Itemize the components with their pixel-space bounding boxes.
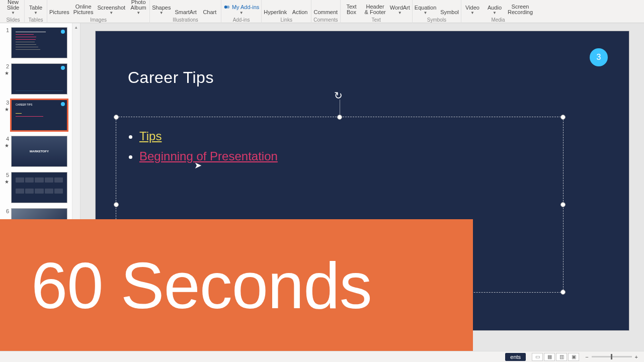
thumbnail-number: 3: [3, 100, 9, 106]
bullet-list: Tips Beginning of Presentation: [116, 117, 563, 163]
ribbon-button[interactable]: Equation▼: [415, 5, 436, 15]
ribbon-button[interactable]: SmartArt: [175, 10, 196, 15]
view-slideshow-button[interactable]: ▣: [568, 353, 579, 361]
rotate-handle-icon[interactable]: ↻: [334, 89, 343, 102]
ribbon-group: HyperlinkActionLinks: [262, 0, 311, 23]
ribbon-group-label: Links: [281, 17, 292, 23]
ribbon-button[interactable]: Table▼: [27, 5, 45, 15]
ribbon-button[interactable]: Screenshot▼: [98, 5, 126, 15]
thumbnail-row: 2★: [0, 62, 80, 99]
zoom-out-button[interactable]: −: [585, 354, 588, 360]
slide-thumbnail[interactable]: [11, 172, 67, 203]
dropdown-caret-icon: ▼: [470, 11, 474, 15]
ribbon-button[interactable]: My Add-ins▼: [223, 4, 259, 15]
svg-point-1: [226, 6, 229, 9]
ribbon-button[interactable]: New Slide▼: [4, 0, 22, 15]
view-reading-button[interactable]: ▥: [556, 353, 567, 361]
view-normal-button[interactable]: ▭: [532, 353, 543, 361]
bullet-item: Beginning of Presentation: [139, 149, 549, 163]
dropdown-caret-icon: ▼: [109, 11, 113, 15]
ribbon-button[interactable]: Symbol: [440, 10, 459, 15]
zoom-slider[interactable]: [592, 356, 632, 357]
ribbon-button[interactable]: Shapes▼: [152, 5, 171, 15]
thumbnail-number: 1: [3, 27, 9, 33]
view-switcher: ▭ ▦ ▥ ▣: [532, 353, 579, 361]
dropdown-caret-icon: ▼: [493, 11, 497, 15]
thumbnail-row: 4★MARKETOFY: [0, 135, 80, 171]
status-bar: ents ▭ ▦ ▥ ▣ − +: [0, 351, 644, 362]
thumbnail-row: 5★: [0, 171, 80, 207]
slide-thumbnail[interactable]: [11, 27, 67, 58]
overlay-banner: 60 Seconds: [0, 219, 473, 352]
slide-number-badge: 3: [590, 48, 608, 66]
resize-handle-e[interactable]: [560, 202, 566, 207]
hyperlink-tips[interactable]: Tips: [139, 129, 162, 143]
thumbnail-number: 5: [3, 172, 9, 178]
ribbon-group: Table▼Tables: [25, 0, 47, 23]
slide-thumbnail[interactable]: [11, 63, 67, 95]
ribbon-button[interactable]: Pictures: [49, 10, 69, 15]
slide-thumbnail[interactable]: CAREER TIPS: [11, 100, 67, 131]
bullet-item: Tips: [139, 129, 549, 143]
resize-handle-ne[interactable]: [560, 115, 566, 120]
ribbon-group-label: Symbols: [427, 17, 446, 23]
thumbnail-row: 3★CAREER TIPS: [0, 99, 80, 135]
ribbon-button[interactable]: Action: [291, 10, 309, 15]
notes-button[interactable]: ents: [505, 353, 526, 361]
slide-title: Career Tips: [128, 68, 214, 87]
resize-handle-w[interactable]: [114, 202, 119, 207]
ribbon-button[interactable]: Video▼: [463, 5, 481, 15]
view-sorter-button[interactable]: ▦: [544, 353, 555, 361]
ribbon-button[interactable]: Header & Footer: [365, 4, 386, 15]
resize-handle-n[interactable]: [337, 115, 342, 120]
thumbnail-number: 4: [3, 136, 9, 142]
zoom-control: − +: [585, 354, 638, 360]
animation-star-icon: ★: [5, 179, 9, 185]
slide-thumbnail[interactable]: MARKETOFY: [11, 136, 67, 167]
ribbon-button[interactable]: Hyperlink: [264, 10, 287, 15]
dropdown-caret-icon: ▼: [11, 11, 15, 15]
ribbon-group-label: Tables: [29, 17, 43, 23]
dropdown-caret-icon: ▼: [398, 11, 402, 15]
ribbon-group: Equation▼SymbolSymbols: [413, 0, 461, 23]
ribbon-group-label: Illustrations: [173, 17, 198, 23]
ribbon-group: CommentComments: [311, 0, 340, 23]
scroll-up-icon[interactable]: ▴: [72, 23, 80, 31]
ribbon-group-label: Text: [372, 17, 381, 23]
ribbon-button[interactable]: Audio▼: [486, 5, 504, 15]
thumbnail-number: 6: [3, 208, 9, 214]
ribbon: New Slide▼SlidesTable▼TablesPicturesOnli…: [0, 0, 644, 23]
ribbon-button[interactable]: Photo Album▼: [129, 0, 147, 15]
ribbon-button[interactable]: Screen Recording: [508, 4, 533, 15]
ribbon-group-label: Slides: [6, 17, 20, 23]
dropdown-caret-icon: ▼: [424, 11, 428, 15]
ribbon-button[interactable]: Chart: [201, 10, 219, 15]
dropdown-caret-icon: ▼: [34, 11, 38, 15]
ribbon-group-label: Media: [491, 17, 505, 23]
animation-star-icon: ★: [5, 143, 9, 148]
ribbon-button[interactable]: Comment: [313, 10, 338, 15]
ribbon-group: PicturesOnline PicturesScreenshot▼Photo …: [47, 0, 150, 23]
ribbon-group: Shapes▼SmartArtChartIllustrations: [150, 0, 221, 23]
ribbon-group-label: Comments: [313, 17, 338, 23]
ribbon-button[interactable]: Online Pictures: [73, 4, 94, 15]
ribbon-group: Video▼Audio▼Screen RecordingMedia: [461, 0, 535, 23]
ribbon-group: My Add-ins▼Add-ins: [221, 0, 262, 23]
ribbon-button[interactable]: WordArt▼: [390, 5, 410, 15]
ribbon-group: New Slide▼Slides: [2, 0, 25, 23]
dropdown-caret-icon: ▼: [136, 11, 140, 15]
animation-star-icon: ★: [5, 70, 9, 76]
ribbon-group-label: Add-ins: [233, 17, 250, 23]
ribbon-button[interactable]: Text Box: [343, 4, 361, 15]
zoom-in-button[interactable]: +: [635, 354, 638, 360]
resize-handle-se[interactable]: [560, 290, 566, 295]
hyperlink-beginning[interactable]: Beginning of Presentation: [139, 149, 278, 163]
thumbnail-number: 2: [3, 63, 9, 69]
resize-handle-nw[interactable]: [114, 115, 119, 120]
rotate-connector: [340, 100, 340, 115]
thumbnail-row: 1: [0, 26, 80, 62]
animation-star-icon: ★: [5, 107, 9, 112]
dropdown-caret-icon: ▼: [159, 11, 164, 15]
ribbon-group: Text BoxHeader & FooterWordArt▼Text: [341, 0, 413, 23]
ribbon-group-label: Images: [90, 17, 107, 23]
